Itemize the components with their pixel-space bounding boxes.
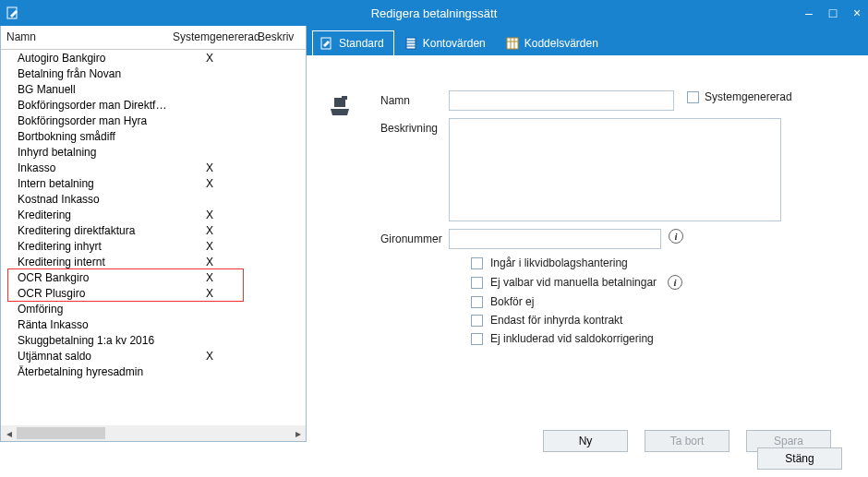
description-input[interactable] xyxy=(449,118,781,221)
cell-name: Utjämnat saldo xyxy=(1,350,167,363)
bokfor-ej-label: Bokför ej xyxy=(490,295,534,308)
col-header-name[interactable]: Namn xyxy=(1,26,167,49)
cell-name: Kreditering inhyrt xyxy=(1,240,167,253)
table-row[interactable]: Kreditering inhyrtX xyxy=(1,238,306,254)
likvidbolag-checkbox[interactable] xyxy=(471,257,483,269)
cell-systemgenerated: X xyxy=(167,350,252,363)
table-row[interactable]: Intern betalningX xyxy=(1,175,306,191)
window-titlebar: Redigera betalningssätt – □ × xyxy=(0,0,868,26)
scroll-right-arrow-icon[interactable]: ▸ xyxy=(290,425,306,441)
svg-rect-6 xyxy=(507,38,518,49)
cell-name: Inhyrd betalning xyxy=(1,146,167,159)
inhyrda-label: Endast för inhyrda kontrakt xyxy=(490,314,622,327)
detail-panel: Standard Kontovärden Koddelsvärden xyxy=(307,26,868,442)
info-icon[interactable]: i xyxy=(668,275,682,290)
maximize-button[interactable]: □ xyxy=(826,6,840,20)
table-row[interactable]: KrediteringX xyxy=(1,207,306,222)
table-row[interactable]: Ränta Inkasso xyxy=(1,316,306,332)
tab-standard[interactable]: Standard xyxy=(312,30,394,55)
cell-name: BG Manuell xyxy=(1,83,167,96)
table-row[interactable]: Utjämnat saldoX xyxy=(1,348,306,364)
table-row[interactable]: Återbetalning hyresadmin xyxy=(1,364,306,379)
saldo-checkbox[interactable] xyxy=(471,333,483,345)
cell-name: Kreditering internt xyxy=(1,256,167,268)
cell-name: OCR Bankgiro xyxy=(1,271,167,284)
table-row[interactable]: Bokföringsorder man Hyra xyxy=(1,113,306,128)
cell-name: Intern betalning xyxy=(1,177,167,190)
inhyrda-checkbox[interactable] xyxy=(471,315,483,327)
table-row[interactable]: Kreditering direktfakturaX xyxy=(1,222,306,238)
gironummer-input[interactable] xyxy=(449,229,661,249)
bokfor-ej-checkbox[interactable] xyxy=(471,296,483,308)
table-row[interactable]: Kreditering interntX xyxy=(1,254,306,269)
horizontal-scrollbar[interactable]: ◂ ▸ xyxy=(1,425,306,441)
minimize-button[interactable]: – xyxy=(802,6,816,20)
systemgenerated-checkbox[interactable] xyxy=(687,91,699,103)
tab-koddelsvarden[interactable]: Koddelsvärden xyxy=(498,30,609,55)
cell-name: OCR Plusgiro xyxy=(1,287,167,300)
saldo-label: Ej inkluderad vid saldokorrigering xyxy=(490,332,654,345)
table-row[interactable]: Skuggbetalning 1:a kv 2016 xyxy=(1,332,306,348)
table-row[interactable]: Omföring xyxy=(1,301,306,316)
tab-standard-label: Standard xyxy=(339,37,384,50)
tab-bar: Standard Kontovärden Koddelsvärden xyxy=(307,26,868,55)
table-row[interactable]: OCR BankgiroX xyxy=(1,269,306,285)
table-header: Namn Systemgenererad Beskriv xyxy=(1,26,306,50)
col-header-description[interactable]: Beskriv xyxy=(252,26,306,49)
info-icon[interactable]: i xyxy=(669,229,683,244)
systemgenerated-label: Systemgenererad xyxy=(705,90,792,103)
col-header-systemgenerated[interactable]: Systemgenererad xyxy=(167,26,252,49)
close-window-button[interactable]: × xyxy=(850,6,864,20)
table-row[interactable]: Bokföringsorder man Direktfakt xyxy=(1,97,306,113)
cell-systemgenerated: X xyxy=(167,271,252,284)
table-row[interactable]: InkassoX xyxy=(1,160,306,175)
close-button[interactable]: Stäng xyxy=(757,447,842,470)
table-row[interactable]: Inhyrd betalning xyxy=(1,144,306,160)
window-title: Redigera betalningssätt xyxy=(371,6,498,20)
cell-systemgenerated: X xyxy=(167,177,252,190)
cell-name: Inkasso xyxy=(1,161,167,174)
dialog-footer: Stäng xyxy=(0,442,868,477)
description-label: Beskrivning xyxy=(380,118,449,135)
cell-name: Återbetalning hyresadmin xyxy=(1,365,167,378)
scrollbar-thumb[interactable] xyxy=(17,427,105,439)
cell-name: Kreditering xyxy=(1,209,167,221)
cell-name: Kostnad Inkasso xyxy=(1,193,167,206)
tab-koddelsvarden-label: Koddelsvärden xyxy=(524,37,598,50)
cell-name: Betalning från Novan xyxy=(1,67,167,80)
cash-register-icon xyxy=(329,96,351,118)
cell-systemgenerated: X xyxy=(167,52,252,65)
cell-systemgenerated: X xyxy=(167,161,252,174)
table-row[interactable]: BG Manuell xyxy=(1,81,306,97)
cell-systemgenerated: X xyxy=(167,209,252,221)
table-row[interactable]: Kostnad Inkasso xyxy=(1,191,306,207)
table-row[interactable]: Bortbokning smådiff xyxy=(1,128,306,144)
cell-name: Omföring xyxy=(1,303,167,316)
table-row[interactable]: OCR PlusgiroX xyxy=(1,285,306,301)
gironummer-label: Gironummer xyxy=(380,229,449,245)
cell-systemgenerated: X xyxy=(167,224,252,237)
cell-name: Bokföringsorder man Hyra xyxy=(1,114,167,127)
edit-icon xyxy=(4,4,22,22)
cell-name: Autogiro Bankgiro xyxy=(1,52,167,65)
cell-name: Bokföringsorder man Direktfakt xyxy=(1,99,167,112)
cell-name: Skuggbetalning 1:a kv 2016 xyxy=(1,334,167,347)
cell-name: Kreditering direktfaktura xyxy=(1,224,167,237)
tab-kontovarden[interactable]: Kontovärden xyxy=(396,30,496,55)
kontovarden-tab-icon xyxy=(404,37,417,50)
cell-name: Ränta Inkasso xyxy=(1,318,167,331)
koddelsvarden-tab-icon xyxy=(506,37,519,50)
table-row[interactable]: Autogiro BankgiroX xyxy=(1,50,306,66)
scroll-left-arrow-icon[interactable]: ◂ xyxy=(1,425,17,441)
payment-methods-table: Namn Systemgenererad Beskriv Autogiro Ba… xyxy=(0,26,307,442)
svg-rect-11 xyxy=(342,96,347,100)
standard-tab-icon xyxy=(320,37,333,50)
ej-valbar-label: Ej valbar vid manuella betalningar xyxy=(490,276,657,289)
name-label: Namn xyxy=(380,90,449,107)
name-input[interactable] xyxy=(449,90,674,111)
ej-valbar-checkbox[interactable] xyxy=(471,277,483,289)
cell-systemgenerated: X xyxy=(167,240,252,253)
cell-name: Bortbokning smådiff xyxy=(1,130,167,143)
cell-systemgenerated: X xyxy=(167,256,252,268)
table-row[interactable]: Betalning från Novan xyxy=(1,66,306,81)
